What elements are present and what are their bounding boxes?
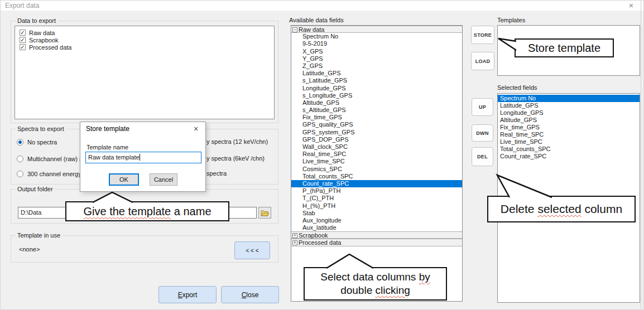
expand-icon[interactable]: +	[292, 240, 297, 245]
field-label: GPS_system_GPS	[302, 129, 355, 135]
tree-group-row[interactable]: +Processed data	[291, 239, 462, 246]
group-label: Output folder	[16, 186, 55, 192]
field-label: Latitude_GPS	[500, 102, 539, 109]
store-template-button[interactable]: STORE	[471, 26, 494, 44]
move-up-button[interactable]: UP	[472, 98, 493, 116]
tree-item-row[interactable]: Spectrum No	[291, 33, 462, 40]
field-label: Altitude_GPS	[302, 99, 339, 106]
selected-field-row[interactable]: Latitude_GPS	[498, 102, 640, 109]
field-label: s_Altitude_GPS	[302, 106, 346, 113]
checkbox-checked-icon[interactable]: ✓	[20, 30, 26, 36]
field-label: GPS_quality_GPS	[302, 121, 353, 128]
field-label: Spectrum No	[500, 95, 536, 101]
cancel-button[interactable]: Cancel	[150, 173, 177, 186]
tree-item-row[interactable]: GPS_quality_GPS	[291, 121, 462, 128]
radio-selected-icon[interactable]	[17, 139, 23, 146]
radio-multichannel-raw[interactable]: Multichannel (raw) sp	[17, 155, 86, 162]
tree-item-row[interactable]: Cosmics_SPC	[291, 166, 462, 173]
radio-unselected-icon[interactable]	[17, 171, 23, 177]
selected-fields-label: Selected fields	[497, 84, 537, 91]
give-template-name-callout: Give the template a name	[65, 201, 229, 221]
tree-item-row[interactable]: GPS_DOP_GPS	[291, 136, 462, 143]
tree-item-row[interactable]: 9-5-2019	[291, 40, 462, 47]
radio-label-fragment: y spectra (6keV /chn)	[206, 155, 265, 162]
field-label: Fix_time_GPS	[302, 114, 342, 120]
tree-item-row[interactable]: Latitude_GPS	[291, 70, 462, 77]
selected-field-row[interactable]: Longitude_GPS	[498, 109, 640, 117]
radio-label-fragment: spectra	[206, 170, 227, 177]
ok-button[interactable]: OK	[109, 173, 139, 186]
window-close-icon[interactable]: ×	[623, 1, 639, 11]
selected-field-row[interactable]: Spectrum No	[498, 95, 640, 102]
window-right-border	[641, 1, 641, 310]
checkbox-item-scrapbook[interactable]: ✓ Scrapbook	[20, 36, 59, 43]
available-fields-list[interactable]: −Raw dataSpectrum No9-5-2019X_GPSY_GPSZ_…	[291, 25, 463, 302]
radio-no-spectra[interactable]: No spectra	[17, 138, 57, 146]
checkbox-item-raw-data[interactable]: ✓ Raw data	[20, 29, 55, 36]
selected-field-row[interactable]: Live_time_SPC	[498, 138, 640, 146]
field-label: Count_rate_SPC	[500, 153, 546, 159]
load-template-button[interactable]: LOAD	[471, 52, 494, 70]
expand-icon[interactable]: +	[292, 233, 297, 238]
template-name-input[interactable]: Raw data template	[85, 152, 201, 163]
close-button[interactable]: Close	[221, 286, 279, 303]
tree-item-row[interactable]: s_Altitude_GPS	[291, 106, 462, 114]
tree-item-row[interactable]: Wall_clock_SPC	[291, 143, 462, 151]
tree-item-row[interactable]: Altitude_GPS	[291, 99, 462, 106]
tree-item-row[interactable]: H_(%)_PTH	[291, 202, 462, 210]
field-label: GPS_DOP_GPS	[302, 136, 349, 143]
tree-item-row[interactable]: Z_GPS	[291, 62, 462, 70]
dialog-close-icon[interactable]: ×	[190, 123, 202, 134]
window-titlebar[interactable]: Export data	[1, 1, 644, 11]
tree-group-row[interactable]: +Scrapbook	[291, 231, 462, 239]
tree-item-row[interactable]: Count_rate_SPC	[291, 180, 462, 187]
tree-group-row[interactable]: −Raw data	[291, 26, 462, 33]
window-title: Export data	[5, 2, 39, 9]
field-label: Stab	[302, 210, 315, 216]
radio-unselected-icon[interactable]	[17, 156, 23, 162]
tree-item-row[interactable]: Total_counts_SPC	[291, 173, 462, 180]
store-template-callout: Store template	[515, 38, 614, 57]
data-to-export-group: Data to export ✓ Raw data ✓ Scrapbook ✓ …	[11, 21, 278, 123]
tree-item-row[interactable]: s_Latitude_GPS	[291, 77, 462, 84]
checkbox-item-processed-data[interactable]: ✓ Processed data	[20, 43, 71, 51]
tree-item-row[interactable]: Stab	[291, 210, 462, 217]
data-to-export-list[interactable]: ✓ Raw data ✓ Scrapbook ✓ Processed data	[15, 26, 275, 119]
browse-folder-button[interactable]	[258, 207, 271, 219]
tree-item-row[interactable]: Y_GPS	[291, 55, 462, 62]
dialog-titlebar[interactable]: Store template ×	[80, 122, 205, 137]
field-label: s_Latitude_GPS	[302, 77, 347, 84]
selected-field-row[interactable]: Total_counts_SPC	[498, 146, 640, 153]
tree-item-row[interactable]: T_(C)_PTH	[291, 195, 462, 202]
selected-field-row[interactable]: Altitude_GPS	[498, 117, 640, 124]
text-caret	[140, 154, 140, 161]
selected-field-row[interactable]: Count_rate_SPC	[498, 153, 640, 160]
tree-item-row[interactable]: Live_time_SPC	[291, 158, 462, 165]
field-label: Altitude_GPS	[500, 117, 537, 123]
radio-300-channel[interactable]: 300 channel energy	[17, 170, 81, 177]
delete-field-button[interactable]: DEL	[472, 147, 493, 166]
collapse-icon[interactable]: −	[292, 27, 297, 32]
tree-item-row[interactable]: X_GPS	[291, 48, 462, 55]
templates-label: Templates	[497, 17, 525, 23]
tree-item-row[interactable]: GPS_system_GPS	[291, 129, 462, 136]
field-label: Live_time_SPC	[500, 138, 542, 145]
store-template-dialog: Store template × Template name Raw data …	[80, 122, 206, 192]
move-down-button[interactable]: DWN	[472, 124, 493, 142]
tree-item-row[interactable]: P_(hPa)_PTH	[291, 187, 462, 195]
selected-field-row[interactable]: Real_time_SPC	[498, 131, 640, 138]
selected-field-row[interactable]: Fix_time_GPS	[498, 124, 640, 131]
tree-item-row[interactable]: s_Longitude_GPS	[291, 92, 462, 99]
tree-item-row[interactable]: Longitude_GPS	[291, 85, 462, 92]
restore-template-button[interactable]: < < <	[234, 241, 270, 259]
field-label: Latitude_GPS	[302, 70, 341, 76]
export-button[interactable]: Export	[158, 286, 217, 303]
checkbox-checked-icon[interactable]: ✓	[20, 44, 26, 50]
tree-item-row[interactable]: Real_time_SPC	[291, 151, 462, 158]
tree-item-row[interactable]: Fix_time_GPS	[291, 114, 462, 121]
field-label: Real_time_SPC	[302, 151, 346, 157]
tree-item-row[interactable]: Aux_longitude	[291, 217, 462, 224]
tree-item-row[interactable]: Aux_latitude	[291, 224, 462, 231]
checkbox-label: Processed data	[29, 44, 71, 51]
checkbox-checked-icon[interactable]: ✓	[20, 37, 26, 43]
